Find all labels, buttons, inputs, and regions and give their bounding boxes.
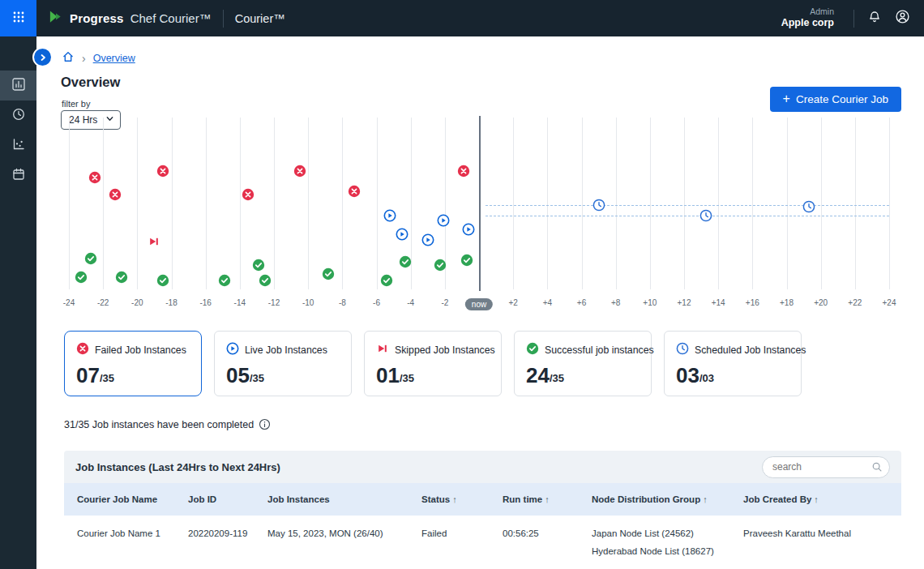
column-label: Node Distribution Group (592, 494, 700, 504)
scheduled-job-marker[interactable] (802, 200, 815, 213)
skipped-job-marker[interactable] (148, 235, 160, 248)
success-job-marker[interactable] (434, 259, 447, 272)
grid-dots-icon (12, 11, 25, 27)
card-count: 07 (76, 365, 100, 386)
card-value: 03/03 (676, 365, 789, 386)
cell-job-id: 20220209-119 (175, 527, 255, 540)
success-job-marker[interactable] (84, 252, 97, 265)
column-header-job-created-by[interactable]: Job Created By↑ (730, 494, 888, 504)
info-icon[interactable] (259, 418, 271, 430)
column-label: Job Created By (743, 494, 811, 504)
sort-asc-icon: ↑ (814, 494, 819, 504)
live-job-marker[interactable] (462, 223, 475, 236)
dashed-guide-line (486, 216, 889, 216)
column-header-status[interactable]: Status↑ (409, 494, 490, 504)
failed-job-marker[interactable] (88, 171, 101, 184)
card-scheduled[interactable]: Scheduled Job Instances03/03 (664, 331, 802, 396)
sidebar-item-runs-chart[interactable] (0, 130, 36, 160)
card-live[interactable]: Live Job Instances05/35 (214, 331, 352, 396)
scheduled-job-marker[interactable] (699, 209, 712, 222)
card-skipped[interactable]: Skipped Job Instances01/35 (364, 331, 502, 396)
failed-job-marker[interactable] (156, 165, 169, 178)
gridline (137, 118, 138, 289)
failed-job-marker[interactable] (242, 188, 255, 201)
node-group-line: Japan Node List (24562) (592, 527, 730, 540)
success-job-marker[interactable] (218, 274, 231, 287)
column-label: Job ID (188, 494, 216, 504)
account-org: Apple corp (781, 17, 834, 30)
card-success[interactable]: Successful job instances24/35 (514, 331, 652, 396)
tick-label: -12 (268, 298, 280, 307)
card-total: /35 (400, 372, 414, 386)
card-head: Scheduled Job Instances (676, 342, 789, 358)
success-job-marker[interactable] (252, 259, 265, 272)
left-sidebar (0, 36, 36, 569)
card-count: 24 (526, 365, 550, 386)
success-job-marker[interactable] (115, 271, 128, 284)
create-courier-job-button[interactable]: + Create Courier Job (770, 87, 901, 112)
success-job-marker[interactable] (380, 274, 393, 287)
search-icon (871, 461, 883, 476)
column-label: Courier Job Name (77, 494, 157, 504)
schedule-icon (11, 107, 26, 125)
dashboard-icon (11, 77, 26, 95)
live-job-marker[interactable] (421, 233, 434, 246)
gridline (172, 118, 173, 289)
home-icon[interactable] (62, 50, 75, 66)
user-menu-button[interactable] (888, 5, 916, 32)
page-title: Overview (61, 75, 120, 90)
tick-label: -14 (234, 298, 246, 307)
gridline (889, 118, 890, 289)
tick-label: +4 (543, 298, 552, 307)
failed-job-marker[interactable] (109, 188, 122, 201)
column-header-node-distribution-group[interactable]: Node Distribution Group↑ (579, 494, 730, 504)
sidebar-item-calendar[interactable] (0, 160, 36, 190)
failed-job-marker[interactable] (293, 165, 306, 178)
gridline (616, 118, 617, 289)
gridline (582, 118, 583, 289)
notifications-button[interactable] (861, 5, 888, 32)
card-head: Skipped Job Instances (376, 342, 490, 358)
now-line (479, 116, 481, 291)
sidebar-item-schedule[interactable] (0, 101, 36, 130)
app-window: Progress Chef Courier™ Courier™ Admin Ap… (0, 0, 924, 569)
breadcrumb-separator: › (82, 53, 86, 64)
sidebar-expand-toggle[interactable] (34, 49, 51, 66)
app-launcher-button[interactable] (0, 0, 36, 36)
success-job-marker[interactable] (75, 271, 88, 284)
panel-header: Job Instances (Last 24Hrs to Next 24Hrs) (64, 451, 901, 483)
breadcrumb-overview-link[interactable]: Overview (93, 53, 135, 64)
column-label: Run time (503, 494, 542, 504)
live-job-marker[interactable] (383, 209, 396, 222)
column-header-run-time[interactable]: Run time↑ (490, 494, 579, 504)
success-job-marker[interactable] (156, 274, 169, 287)
gridline (752, 118, 753, 289)
create-courier-job-label: Create Courier Job (796, 93, 888, 105)
column-header-courier-job-name: Courier Job Name (64, 494, 175, 504)
product-name: Courier™ (235, 12, 285, 25)
tick-label: -4 (407, 298, 414, 307)
failed-job-marker[interactable] (457, 165, 470, 178)
card-head: Successful job instances (526, 342, 640, 358)
card-failed[interactable]: Failed Job Instances07/35 (64, 331, 202, 396)
tick-label: -18 (165, 298, 177, 307)
failed-job-marker[interactable] (348, 185, 361, 198)
cell-run-time: 00:56:25 (490, 527, 579, 540)
live-job-marker[interactable] (437, 214, 450, 227)
failed-icon (76, 342, 89, 358)
table-row[interactable]: Courier Job Name 120220209-119May 15, 20… (64, 516, 901, 569)
filter-by-label: filter by (62, 99, 90, 109)
gridline (308, 118, 309, 289)
success-job-marker[interactable] (399, 255, 412, 268)
success-job-marker[interactable] (322, 267, 335, 280)
gridline (547, 118, 548, 289)
card-total: /35 (250, 372, 264, 386)
cell-name: Courier Job Name 1 (64, 527, 175, 540)
gridline (821, 118, 822, 289)
scheduled-job-marker[interactable] (592, 199, 605, 212)
tick-label: -22 (97, 298, 109, 307)
success-job-marker[interactable] (460, 254, 473, 267)
live-job-marker[interactable] (396, 228, 409, 241)
success-job-marker[interactable] (259, 274, 272, 287)
sidebar-item-dashboard[interactable] (0, 71, 36, 101)
